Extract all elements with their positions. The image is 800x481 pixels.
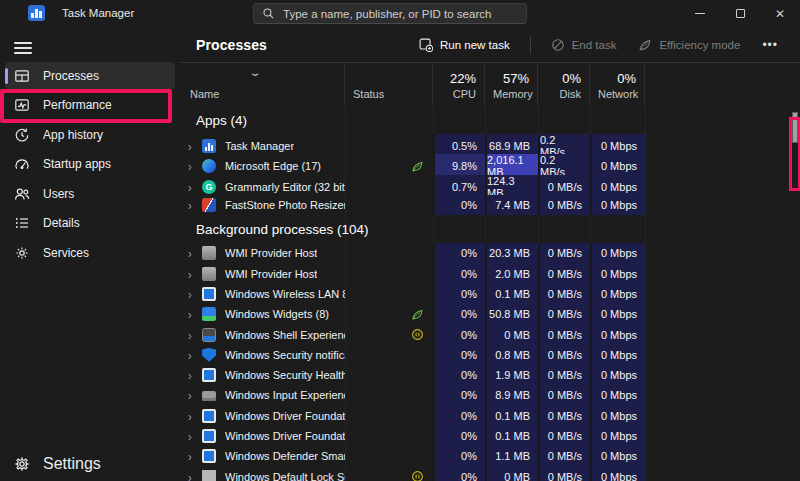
sidebar-item-app-history[interactable]: App history (5, 121, 175, 148)
disk-value-cell: 0 MB/s (538, 284, 590, 304)
row-spacer (645, 345, 800, 365)
expand-chevron-icon[interactable]: › (188, 469, 202, 481)
expand-chevron-icon[interactable]: › (188, 429, 202, 443)
sidebar-item-services[interactable]: Services (5, 239, 175, 266)
performance-icon (14, 97, 30, 113)
expand-chevron-icon[interactable]: › (188, 368, 202, 382)
more-options-button[interactable]: ••• (754, 34, 786, 56)
process-row[interactable]: ›Windows Default Lock Screen0%0 MB0 MB/s… (180, 466, 800, 481)
expand-chevron-icon[interactable]: › (188, 246, 202, 260)
task-manager-app-icon (28, 5, 45, 21)
status-cell (345, 365, 433, 385)
process-row[interactable]: ›WMI Provider Host0%20.3 MB0 MB/s0 Mbps (180, 243, 800, 263)
processes-toolbar: Processes Run new task End task Efficien… (180, 27, 800, 62)
expand-chevron-icon[interactable]: › (188, 449, 202, 463)
disk-value-cell: 0 MB/s (538, 426, 590, 446)
section-header[interactable]: Background processes (104) (180, 215, 800, 243)
process-row[interactable]: ›Windows Security Health Servi...0%1.9 M… (180, 365, 800, 385)
efficiency-mode-button[interactable]: Efficiency mode (630, 33, 748, 57)
run-new-task-button[interactable]: Run new task (411, 33, 518, 57)
winblue-process-icon (202, 409, 216, 423)
process-row[interactable]: ›Task Manager0.5%68.9 MB0.2 MB/s0 Mbps (180, 134, 800, 154)
network-value-cell: 0 Mbps (590, 446, 645, 466)
expand-chevron-icon[interactable]: › (188, 388, 202, 402)
sidebar-item-processes[interactable]: Processes (5, 62, 175, 89)
expand-chevron-icon[interactable]: › (188, 287, 202, 301)
cpu-value-cell: 0% (433, 406, 485, 426)
sidebar-item-details[interactable]: Details (5, 210, 175, 237)
column-headers: ⌄ Name Status 22% CPU 57% Memory 0% Disk (180, 62, 800, 105)
sidebar-item-label: Performance (43, 98, 112, 112)
run-new-task-icon (419, 38, 433, 52)
process-row[interactable]: ›Windows Driver Foundation - ...0%0.1 MB… (180, 406, 800, 426)
toolbar-separator (530, 36, 531, 54)
process-row[interactable]: ›Windows Widgets (8)0%50.8 MB0 MB/s0 Mbp… (180, 304, 800, 324)
efficiency-leaf-icon (411, 160, 424, 173)
maximize-button[interactable] (720, 0, 760, 27)
end-task-button[interactable]: End task (543, 33, 625, 57)
process-row[interactable]: ›FastStone Photo Resizer (32 bit)0%7.4 M… (180, 195, 800, 215)
process-row[interactable]: ›Windows Driver Foundation - ...0%0.1 MB… (180, 426, 800, 446)
window-title: Task Manager (62, 7, 134, 19)
search-icon (262, 7, 275, 20)
search-box[interactable] (253, 3, 527, 24)
expand-chevron-icon[interactable]: › (188, 198, 202, 212)
processes-icon (14, 68, 30, 84)
process-row[interactable]: ›GGrammarly Editor (32 bit) (5)0.7%124.3… (180, 175, 800, 195)
sidebar-nav: Processes Performance App history Startu… (0, 62, 180, 269)
process-row[interactable]: ›Windows Security notification ...0%0.8 … (180, 345, 800, 365)
process-row[interactable]: ›Windows Input Experience0%8.9 MB0 MB/s0… (180, 385, 800, 405)
memory-value-cell: 20.3 MB (485, 243, 538, 263)
disk-value-cell: 0 MB/s (538, 365, 590, 385)
section-header[interactable]: Apps (4) (180, 105, 800, 134)
sidebar-item-label: Startup apps (43, 157, 111, 171)
cpu-value-cell: 0% (433, 426, 485, 446)
expand-chevron-icon[interactable]: › (188, 327, 202, 341)
expand-chevron-icon[interactable]: › (188, 348, 202, 362)
sidebar-item-startup-apps[interactable]: Startup apps (5, 151, 175, 178)
section-header-label: Apps (4) (196, 113, 247, 128)
sidebar-item-settings[interactable]: Settings (5, 450, 175, 477)
process-row[interactable]: ›Windows Defender SmartScre...0%1.1 MB0 … (180, 446, 800, 466)
hamburger-menu-button[interactable] (9, 35, 37, 61)
process-row[interactable]: ›WMI Provider Host0%2.0 MB0 MB/s0 Mbps (180, 263, 800, 283)
column-header-name[interactable]: ⌄ Name (180, 63, 345, 105)
grammarly-process-icon: G (202, 180, 216, 194)
column-header-memory[interactable]: 57% Memory (485, 63, 538, 105)
network-value-cell: 0 Mbps (590, 385, 645, 405)
network-value-cell: 0 Mbps (590, 426, 645, 446)
winblue-process-icon (202, 368, 216, 382)
sidebar-item-users[interactable]: Users (5, 180, 175, 207)
memory-value-cell: 1.9 MB (485, 365, 538, 385)
column-header-network[interactable]: 0% Network (590, 63, 645, 105)
search-input[interactable] (283, 8, 518, 20)
column-header-disk[interactable]: 0% Disk (538, 63, 590, 105)
cpu-value-cell: 0% (433, 304, 485, 324)
row-spacer (645, 426, 800, 446)
expand-chevron-icon[interactable]: › (188, 159, 202, 173)
column-header-cpu[interactable]: 22% CPU (433, 63, 485, 105)
process-row[interactable]: ›Microsoft Edge (17)9.8%2,016.1 MB0.2 MB… (180, 154, 800, 174)
sidebar-item-performance[interactable]: Performance (5, 92, 175, 119)
memory-value-cell: 0 MB (485, 466, 538, 481)
expand-chevron-icon[interactable]: › (188, 179, 202, 193)
cpu-value-cell: 0% (433, 324, 485, 344)
process-name: Windows Driver Foundation - ... (225, 430, 345, 442)
row-spacer (645, 446, 800, 466)
expand-chevron-icon[interactable]: › (188, 139, 202, 153)
memory-value-cell: 1.1 MB (485, 446, 538, 466)
process-name: Task Manager (225, 140, 294, 152)
expand-chevron-icon[interactable]: › (188, 266, 202, 280)
cpu-value-cell: 0% (433, 466, 485, 481)
column-header-status[interactable]: Status (345, 63, 433, 105)
process-row[interactable]: ›Windows Wireless LAN 802.1...0%0.1 MB0 … (180, 284, 800, 304)
title-bar: Task Manager ✕ (0, 0, 800, 27)
minimize-button[interactable] (680, 0, 720, 27)
expand-chevron-icon[interactable]: › (188, 409, 202, 423)
scrollbar-thumb[interactable] (792, 112, 798, 143)
process-row[interactable]: ›Windows Shell Experience Host0%0 MB0 MB… (180, 324, 800, 344)
sidebar-item-label: Settings (43, 455, 101, 473)
expand-chevron-icon[interactable]: › (188, 307, 202, 321)
close-button[interactable]: ✕ (760, 0, 800, 27)
memory-value-cell: 50.8 MB (485, 304, 538, 324)
